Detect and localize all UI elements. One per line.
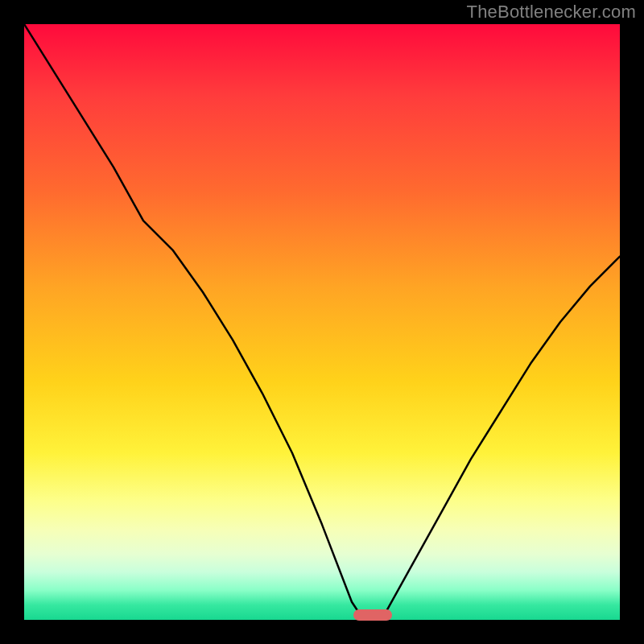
chart-frame: TheBottlenecker.com — [0, 0, 644, 644]
curve-layer — [24, 24, 620, 620]
plot-area — [24, 24, 620, 620]
optimum-marker — [353, 609, 392, 621]
watermark-text: TheBottlenecker.com — [467, 2, 636, 23]
bottleneck-curve — [24, 24, 620, 620]
